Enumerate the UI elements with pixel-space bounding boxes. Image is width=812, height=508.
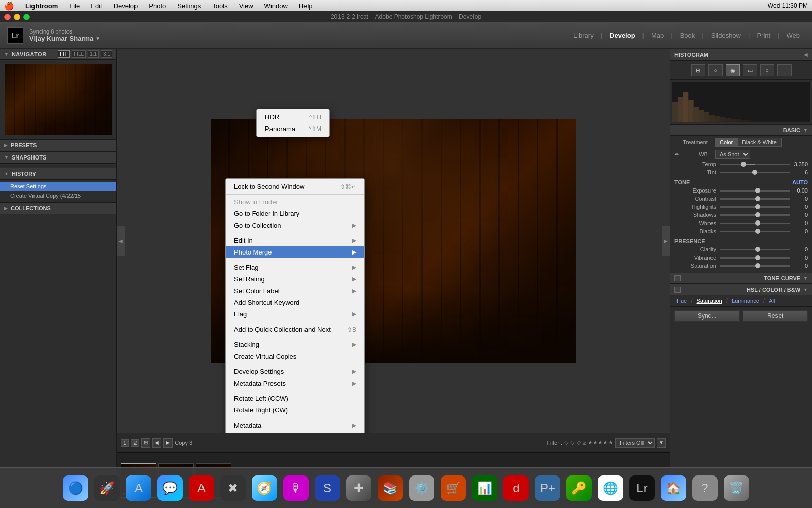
- dock-delicious[interactable]: d: [502, 474, 530, 502]
- view-1to1[interactable]: 1:1: [88, 50, 99, 58]
- menu-photo[interactable]: Photo: [147, 2, 168, 10]
- view-3to1[interactable]: 3:1: [101, 50, 112, 58]
- maximize-button[interactable]: [23, 14, 30, 20]
- filmstrip-collapse[interactable]: ▼: [657, 438, 666, 448]
- hsl-section-header[interactable]: HSL / Color / B&W ▼: [670, 284, 812, 295]
- dock-messages[interactable]: 💬: [156, 474, 184, 502]
- cm-goto-collection[interactable]: Go to Collection ▶: [226, 219, 364, 231]
- dock-acrobat[interactable]: A: [187, 474, 216, 502]
- snapshots-header[interactable]: ▼ Snapshots: [0, 151, 116, 164]
- dock-trash[interactable]: 🗑️: [722, 474, 751, 502]
- grid-view-btn[interactable]: ⊞: [141, 438, 150, 448]
- hsl-tab-hue[interactable]: Hue: [674, 297, 689, 304]
- cm-export[interactable]: Export ▶: [226, 431, 364, 433]
- hsl-tab-luminance[interactable]: Luminance: [730, 297, 761, 304]
- dock-finder2[interactable]: 🏠: [659, 474, 688, 502]
- module-map[interactable]: Map: [645, 29, 670, 41]
- star-filter-3[interactable]: ◇: [577, 439, 581, 446]
- sync-button[interactable]: Sync...: [674, 310, 740, 322]
- contrast-thumb[interactable]: [755, 196, 760, 201]
- eyedropper-icon[interactable]: ✒: [674, 151, 690, 158]
- cm-edit-in[interactable]: Edit In ▶: [226, 235, 364, 246]
- tool-redeye[interactable]: ◉: [726, 64, 740, 76]
- tool-crop[interactable]: ⊞: [691, 64, 705, 76]
- dock-finder[interactable]: 🔵: [61, 474, 90, 502]
- shadows-thumb[interactable]: [755, 212, 760, 217]
- tool-adjustment-brush[interactable]: —: [777, 64, 792, 76]
- apple-menu[interactable]: 🍎: [4, 1, 14, 11]
- cm-set-flag[interactable]: Set Flag ▶: [226, 262, 364, 273]
- tool-graduated-filter[interactable]: ▭: [743, 64, 757, 76]
- dock-appstore[interactable]: A: [124, 474, 153, 502]
- cm-rotate-right[interactable]: Rotate Right (CW): [226, 404, 364, 416]
- cm-set-color-label[interactable]: Set Color Label ▶: [226, 285, 364, 297]
- blacks-thumb[interactable]: [755, 229, 760, 234]
- cm-develop-settings[interactable]: Develop Settings ▶: [226, 366, 364, 377]
- exposure-thumb[interactable]: [755, 188, 760, 193]
- cm-goto-folder[interactable]: Go to Folder in Library: [226, 208, 364, 219]
- collections-header[interactable]: ▶ Collections: [0, 202, 116, 214]
- dock-systemprefs[interactable]: ⚙️: [408, 474, 436, 502]
- module-book[interactable]: Book: [674, 29, 701, 41]
- cm-stacking[interactable]: Stacking ▶: [226, 339, 364, 351]
- history-item-0[interactable]: Reset Settings: [0, 182, 116, 191]
- dock-s[interactable]: S: [313, 474, 342, 502]
- close-button[interactable]: [4, 14, 11, 20]
- prev-btn[interactable]: ◀: [152, 438, 161, 448]
- right-expand-arrow[interactable]: ▶: [662, 226, 670, 256]
- dock-2[interactable]: 🛒: [439, 474, 467, 502]
- dock-1password[interactable]: 🔑: [565, 474, 593, 502]
- next-btn[interactable]: ▶: [163, 438, 173, 448]
- menu-settings[interactable]: Settings: [175, 2, 203, 10]
- dock-podcast[interactable]: 🎙: [282, 474, 310, 502]
- dock-x[interactable]: ✖: [219, 474, 247, 502]
- module-slideshow[interactable]: Slideshow: [705, 29, 747, 41]
- cm-lock-second-window[interactable]: Lock to Second Window ⇧⌘↵: [226, 181, 364, 193]
- tool-radial-filter[interactable]: ○: [760, 64, 774, 76]
- rating-btn[interactable]: ≥: [583, 440, 586, 446]
- dock-launchpad[interactable]: 🚀: [93, 474, 121, 502]
- histogram-arrow[interactable]: ◀: [804, 52, 808, 57]
- cm-metadata-presets[interactable]: Metadata Presets ▶: [226, 377, 364, 389]
- reset-button[interactable]: Reset: [743, 310, 808, 322]
- dock-lightroom[interactable]: Lr: [628, 474, 656, 502]
- sm-panorama[interactable]: Panorama ^⇧M: [257, 123, 329, 135]
- dock-safari[interactable]: 🧭: [250, 474, 279, 502]
- hsl-tab-saturation[interactable]: Saturation: [695, 297, 724, 304]
- basic-section-header[interactable]: Basic ▼: [670, 124, 812, 136]
- star-filter-1[interactable]: ◇: [564, 439, 568, 446]
- sync-dropdown-arrow[interactable]: ▼: [95, 36, 100, 41]
- dock-stats[interactable]: 📊: [470, 474, 499, 502]
- cm-set-rating[interactable]: Set Rating ▶: [226, 273, 364, 285]
- view-fill[interactable]: FILL: [72, 50, 86, 58]
- page-2[interactable]: 2: [131, 439, 139, 447]
- history-header[interactable]: ▼ History: [0, 168, 116, 180]
- dock-p[interactable]: P+: [533, 474, 562, 502]
- menu-tools[interactable]: Tools: [210, 2, 229, 10]
- wb-select[interactable]: As Shot: [715, 150, 750, 159]
- clarity-thumb[interactable]: [755, 247, 760, 252]
- dock-chrome[interactable]: 🌐: [596, 474, 625, 502]
- cm-metadata[interactable]: Metadata ▶: [226, 420, 364, 431]
- treatment-color[interactable]: Color: [715, 138, 737, 147]
- temp-thumb[interactable]: [741, 162, 746, 167]
- module-web[interactable]: Web: [781, 29, 806, 41]
- dock-ibooks[interactable]: 📚: [376, 474, 404, 502]
- tool-spot-removal[interactable]: ○: [708, 64, 723, 76]
- treatment-bw[interactable]: Black & White: [737, 138, 781, 147]
- cm-rotate-left[interactable]: Rotate Left (CCW): [226, 393, 364, 404]
- menu-edit[interactable]: Edit: [89, 2, 104, 10]
- dock-unknown[interactable]: ?: [691, 474, 719, 502]
- dock-crossover[interactable]: ✚: [345, 474, 373, 502]
- highlights-thumb[interactable]: [755, 204, 760, 209]
- sm-hdr[interactable]: HDR ^⇧H: [257, 111, 329, 123]
- cm-create-virtual-copies[interactable]: Create Virtual Copies: [226, 351, 364, 362]
- menu-view[interactable]: View: [237, 2, 255, 10]
- cm-flag[interactable]: Flag ▶: [226, 308, 364, 320]
- auto-tone-btn[interactable]: Auto: [792, 179, 808, 185]
- minimize-button[interactable]: [14, 14, 20, 20]
- left-expand-arrow[interactable]: ◀: [117, 226, 125, 256]
- cm-add-quick-collection[interactable]: Add to Quick Collection and Next ⇧B: [226, 324, 364, 335]
- view-fit[interactable]: FIT: [58, 50, 70, 58]
- navigator-header[interactable]: ▼ Navigator FIT FILL 1:1 3:1: [0, 49, 116, 60]
